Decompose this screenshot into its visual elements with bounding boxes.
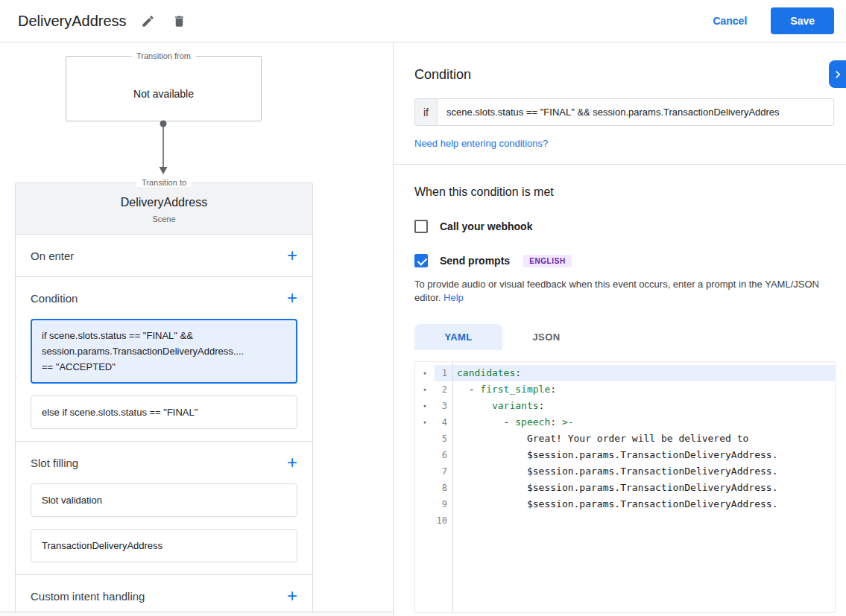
editor-line[interactable]: ▾2 - first_simple: bbox=[415, 381, 835, 398]
fold-gutter bbox=[415, 480, 435, 496]
editor-tabs: YAML JSON bbox=[414, 324, 834, 350]
editor-line[interactable]: ▾3 variants: bbox=[415, 398, 835, 414]
fold-gutter bbox=[415, 512, 435, 529]
transition-from-value: Not available bbox=[66, 88, 261, 100]
webhook-row: Call your webhook bbox=[414, 220, 834, 233]
editor-line[interactable]: 6 $session.params.TransactionDeliveryAdd… bbox=[415, 447, 835, 463]
fold-gutter bbox=[415, 447, 435, 463]
add-condition-button[interactable]: + bbox=[282, 289, 302, 307]
send-prompts-label: Send prompts bbox=[440, 255, 510, 267]
page-title: DeliveryAddress bbox=[18, 13, 127, 30]
code-text: $session.params.TransactionDeliveryAddre… bbox=[452, 463, 835, 480]
code-text: candidates: bbox=[452, 365, 835, 381]
tab-yaml[interactable]: YAML bbox=[414, 324, 502, 350]
custom-intent-section: Custom intent handling + bbox=[16, 574, 312, 616]
prompt-hint-body: To provide audio or visual feedback when… bbox=[414, 279, 819, 303]
fold-toggle-icon[interactable]: ▾ bbox=[415, 398, 435, 414]
add-slot-button[interactable]: + bbox=[282, 454, 302, 471]
code-text: $session.params.TransactionDeliveryAddre… bbox=[452, 480, 835, 496]
scene-header: DeliveryAddress Scene bbox=[16, 183, 312, 235]
line-number: 10 bbox=[435, 512, 452, 529]
webhook-label: Call your webhook bbox=[440, 220, 532, 232]
slot-validation-card[interactable]: Slot validation bbox=[31, 483, 297, 517]
line-number: 5 bbox=[435, 431, 452, 447]
code-text bbox=[452, 512, 835, 529]
condition-detail-panel: Condition if Need help entering conditio… bbox=[394, 42, 846, 616]
condition-section-label: Condition bbox=[31, 292, 78, 305]
collapse-panel-button[interactable] bbox=[829, 60, 846, 88]
line-number: 3 bbox=[435, 398, 452, 414]
fold-toggle-icon[interactable]: ▾ bbox=[415, 365, 435, 381]
edit-title-button[interactable] bbox=[139, 11, 158, 31]
transition-arrow-icon bbox=[154, 120, 172, 180]
on-enter-section: On enter + bbox=[16, 235, 312, 276]
yaml-editor[interactable]: ▾1candidates:▾2 - first_simple:▾3 varian… bbox=[414, 361, 836, 613]
scene-canvas: Transition from Not available Transition… bbox=[0, 42, 394, 616]
trash-icon bbox=[172, 14, 186, 28]
line-number: 8 bbox=[435, 480, 452, 496]
section-divider bbox=[394, 164, 846, 165]
condition-expression-input[interactable] bbox=[437, 98, 834, 126]
condition-help-link[interactable]: Need help entering conditions? bbox=[414, 138, 548, 149]
transition-from-node: Transition from Not available bbox=[66, 56, 262, 121]
language-badge: ENGLISH bbox=[523, 255, 572, 267]
pencil-icon bbox=[141, 14, 155, 28]
fold-gutter bbox=[415, 431, 435, 447]
cancel-button[interactable]: Cancel bbox=[705, 9, 754, 33]
custom-intent-label: Custom intent handling bbox=[31, 590, 145, 603]
code-text: $session.params.TransactionDeliveryAddre… bbox=[452, 447, 835, 463]
prompt-hint-text: To provide audio or visual feedback when… bbox=[414, 278, 834, 305]
editor-line[interactable]: 8 $session.params.TransactionDeliveryAdd… bbox=[415, 480, 835, 496]
code-text: $session.params.TransactionDeliveryAddre… bbox=[452, 496, 835, 512]
add-custom-intent-button[interactable]: + bbox=[282, 587, 302, 605]
transition-from-label: Transition from bbox=[131, 51, 196, 60]
code-text: variants: bbox=[452, 398, 835, 414]
editor-line[interactable]: ▾4 - speech: >- bbox=[415, 414, 835, 431]
top-bar: DeliveryAddress Cancel Save bbox=[0, 0, 846, 42]
line-number: 7 bbox=[435, 463, 452, 480]
editor-line[interactable]: ▾1candidates: bbox=[415, 365, 835, 381]
fold-gutter bbox=[415, 496, 435, 512]
slot-filling-label: Slot filling bbox=[31, 457, 78, 469]
code-text: - speech: >- bbox=[452, 414, 835, 431]
line-number: 4 bbox=[435, 414, 452, 431]
main-content: Transition from Not available Transition… bbox=[0, 42, 846, 616]
scene-type: Scene bbox=[16, 215, 312, 223]
condition-expression-row: if bbox=[414, 98, 834, 126]
chevron-right-icon bbox=[830, 67, 845, 82]
fold-toggle-icon[interactable]: ▾ bbox=[415, 414, 435, 431]
add-on-enter-button[interactable]: + bbox=[282, 247, 302, 264]
code-text: - first_simple: bbox=[452, 381, 835, 398]
line-number: 1 bbox=[435, 365, 452, 381]
condition-card[interactable]: else if scene.slots.status == "FINAL" bbox=[31, 396, 297, 429]
save-button[interactable]: Save bbox=[771, 7, 834, 34]
transition-to-node: Transition to DeliveryAddress Scene On e… bbox=[15, 182, 313, 616]
editor-line[interactable]: 7 $session.params.TransactionDeliveryAdd… bbox=[415, 463, 835, 480]
condition-card-active[interactable]: if scene.slots.status == "FINAL" && sess… bbox=[31, 319, 297, 384]
send-prompts-checkbox[interactable] bbox=[414, 254, 428, 267]
delete-scene-button[interactable] bbox=[170, 11, 189, 31]
if-label: if bbox=[414, 98, 437, 126]
slot-filling-section: Slot filling + Slot validation Transacti… bbox=[16, 441, 312, 562]
condition-section: Condition + if scene.slots.status == "FI… bbox=[16, 276, 312, 429]
editor-line[interactable]: 10 bbox=[415, 512, 835, 529]
editor-line[interactable]: 9 $session.params.TransactionDeliveryAdd… bbox=[415, 496, 835, 512]
fold-toggle-icon[interactable]: ▾ bbox=[415, 381, 435, 398]
scene-name: DeliveryAddress bbox=[16, 196, 312, 209]
webhook-checkbox[interactable] bbox=[414, 220, 428, 233]
code-text: Great! Your order will be delivered to bbox=[452, 431, 835, 447]
line-number: 9 bbox=[435, 496, 452, 512]
slot-card[interactable]: TransactionDeliveryAddress bbox=[31, 529, 297, 562]
prompt-help-link[interactable]: Help bbox=[443, 292, 464, 303]
line-number: 6 bbox=[435, 447, 452, 463]
on-enter-label: On enter bbox=[31, 250, 74, 262]
condition-heading: Condition bbox=[414, 67, 834, 83]
code-lines: ▾1candidates:▾2 - first_simple:▾3 varian… bbox=[415, 365, 835, 529]
line-number: 2 bbox=[435, 381, 452, 398]
send-prompts-row: Send prompts ENGLISH bbox=[414, 254, 834, 267]
when-condition-heading: When this condition is met bbox=[414, 185, 834, 199]
fold-gutter bbox=[415, 463, 435, 480]
editor-line[interactable]: 5 Great! Your order will be delivered to bbox=[415, 431, 835, 447]
tab-json[interactable]: JSON bbox=[502, 324, 590, 350]
transition-to-label: Transition to bbox=[136, 178, 192, 187]
